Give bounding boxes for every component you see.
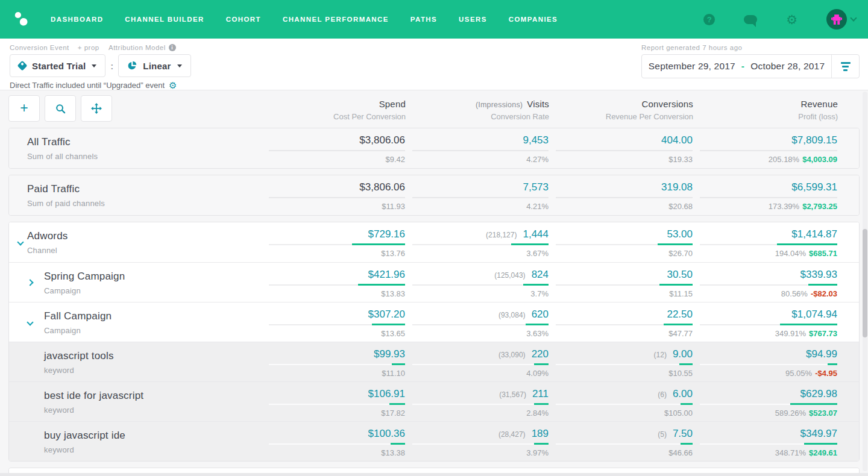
- cell-value[interactable]: $421.96: [368, 269, 405, 281]
- table-row[interactable]: All Traffic Sum of all channels $3,806.0…: [9, 128, 859, 168]
- tag-icon: [17, 61, 28, 71]
- cell-divider: [412, 244, 549, 245]
- column-header-revenue[interactable]: Revenue Profit (loss): [693, 95, 838, 128]
- cell-value[interactable]: $7,809.15: [791, 134, 837, 146]
- cell-value[interactable]: 189: [532, 428, 549, 440]
- table-row[interactable]: best ide for javascript keyword $106.91 …: [9, 381, 859, 421]
- cell-value[interactable]: 30.50: [667, 269, 693, 281]
- row-cells: $106.91 $17.82 (31,567) 211 2.84% (6) 6.…: [262, 382, 859, 421]
- nav-item-paths[interactable]: PATHS: [410, 16, 437, 23]
- column-header-conversions[interactable]: Conversions Revenue Per Conversion: [549, 95, 693, 128]
- cell-value[interactable]: $106.91: [368, 388, 405, 400]
- plus-icon: +: [20, 101, 28, 115]
- cell-divider: [269, 284, 405, 286]
- table-toolbar: +: [8, 95, 262, 128]
- cell-value[interactable]: $1,074.94: [791, 308, 837, 321]
- settings-gear-icon[interactable]: ⚙: [786, 13, 797, 26]
- cell-prefix: (125,043): [494, 271, 525, 280]
- cell-value[interactable]: $3,806.06: [359, 134, 405, 146]
- conversion-event-dropdown[interactable]: Started Trial: [10, 54, 105, 77]
- vertical-scrollbar-thumb[interactable]: [863, 229, 867, 337]
- cell-value[interactable]: 1,444: [523, 228, 549, 240]
- cell-value[interactable]: 9,453: [523, 134, 549, 146]
- metric-cell: $629.98 589.26%$523.07: [693, 382, 837, 421]
- table-row[interactable]: javascript tools keyword $99.93 $11.10 (…: [9, 342, 859, 381]
- help-icon[interactable]: ?: [703, 14, 715, 25]
- cell-value[interactable]: $349.97: [800, 428, 837, 440]
- column-header-visits[interactable]: (Impressions)Visits Conversion Rate: [406, 95, 549, 128]
- metric-cell: $106.91 $17.82: [262, 382, 405, 421]
- cell-value[interactable]: 7,573: [523, 181, 549, 193]
- conversion-event-label: Conversion Event: [10, 44, 69, 51]
- cell-sub: $9.42: [385, 155, 405, 164]
- metric-cell: $307.20 $13.65: [262, 302, 405, 342]
- cell-sub: $47.77: [668, 329, 693, 338]
- cell-value[interactable]: 53.00: [667, 228, 693, 240]
- cell-profit: -$82.03: [811, 289, 837, 298]
- cell-value[interactable]: 620: [532, 308, 549, 321]
- value-underline: [664, 324, 693, 325]
- cell-value[interactable]: 9.00: [673, 348, 693, 360]
- date-range-picker[interactable]: September 29, 2017 - October 28, 2017: [641, 54, 860, 78]
- cell-value[interactable]: 220: [532, 348, 549, 360]
- table-row[interactable]: buy javascript ide keyword $100.36 $13.3…: [9, 421, 859, 461]
- cell-value[interactable]: 211: [532, 388, 549, 400]
- attribution-model-dropdown[interactable]: Linear: [118, 54, 190, 77]
- row-cells: $3,806.06 $9.42 9,453 4.27% 404.00 $19.3…: [262, 128, 859, 168]
- cell-divider: [412, 284, 549, 286]
- cell-value[interactable]: $1,414.87: [791, 228, 837, 240]
- chat-icon[interactable]: [744, 15, 757, 24]
- cell-value[interactable]: $94.99: [806, 348, 837, 360]
- date-filter-button[interactable]: [831, 55, 859, 78]
- value-underline: [804, 443, 837, 445]
- cell-value[interactable]: 319.08: [661, 181, 693, 193]
- cell-value[interactable]: $729.16: [368, 228, 405, 240]
- date-start: September 29, 2017: [649, 61, 735, 72]
- cell-sub: $11.10: [382, 369, 405, 378]
- cell-value[interactable]: $339.93: [800, 269, 837, 281]
- cell-value[interactable]: $629.98: [800, 388, 837, 400]
- row-group: Adwords Channel $729.16 $13.76 (218,127)…: [8, 222, 860, 462]
- cell-prefix: (6): [658, 390, 667, 399]
- move-button[interactable]: [81, 95, 112, 122]
- avatar[interactable]: [826, 9, 847, 30]
- value-underline: [372, 324, 405, 325]
- cell-value[interactable]: 6.00: [673, 388, 693, 400]
- vertical-scrollbar[interactable]: [863, 92, 867, 471]
- add-channel-button[interactable]: +: [8, 95, 40, 122]
- table-row[interactable]: Spring Campaign Campaign $421.96 $13.83 …: [9, 262, 859, 302]
- cell-value[interactable]: $3,806.06: [359, 181, 405, 193]
- user-menu[interactable]: [826, 9, 856, 30]
- nav-item-channel-performance[interactable]: CHANNEL PERFORMANCE: [283, 16, 389, 23]
- note-settings-gear-icon[interactable]: ⚙: [169, 81, 177, 90]
- add-prop-button[interactable]: + prop: [78, 44, 99, 51]
- horizontal-scrollbar[interactable]: [0, 473, 868, 476]
- column-header-spend[interactable]: Spend Cost Per Conversion: [262, 95, 406, 128]
- cell-value[interactable]: 404.00: [661, 134, 693, 146]
- cell-profit: $2,793.25: [802, 202, 837, 211]
- nav-item-users[interactable]: USERS: [459, 16, 487, 23]
- cell-value[interactable]: $99.93: [374, 348, 405, 360]
- cell-prefix: (5): [658, 430, 667, 439]
- search-button[interactable]: [45, 95, 76, 122]
- cell-value[interactable]: 7.50: [673, 428, 693, 440]
- table-row[interactable]: Paid Traffic Sum of paid channels $3,806…: [9, 175, 859, 215]
- cell-divider: [269, 197, 405, 198]
- cell-value[interactable]: $6,599.31: [791, 181, 837, 193]
- value-underline: [659, 284, 693, 286]
- nav-item-channel-builder[interactable]: CHANNEL BUILDER: [125, 16, 204, 23]
- table-row[interactable]: Adwords Channel $729.16 $13.76 (218,127)…: [9, 222, 859, 262]
- metric-cell: $94.99 95.05%-$4.95: [693, 342, 837, 381]
- cell-value[interactable]: 22.50: [667, 308, 693, 321]
- table-row[interactable]: Fall Campaign Campaign $307.20 $13.65 (9…: [9, 302, 859, 342]
- cell-value[interactable]: 824: [532, 269, 549, 281]
- nav-item-companies[interactable]: COMPANIES: [509, 16, 558, 23]
- nav-item-dashboard[interactable]: DASHBOARD: [51, 16, 103, 23]
- cell-profit: $685.71: [809, 249, 837, 258]
- nav-item-cohort[interactable]: COHORT: [226, 16, 261, 23]
- app-logo-icon[interactable]: [12, 10, 30, 28]
- cell-value[interactable]: $307.20: [368, 308, 405, 321]
- info-icon[interactable]: i: [169, 44, 176, 51]
- cell-value[interactable]: $100.36: [368, 428, 405, 440]
- cell-divider: [556, 150, 693, 151]
